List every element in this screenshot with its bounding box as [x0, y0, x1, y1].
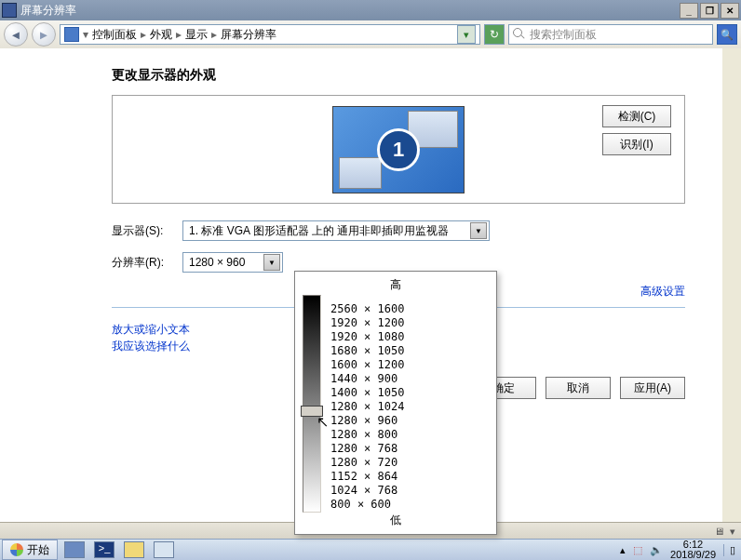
breadcrumb-item[interactable]: 显示: [185, 27, 208, 43]
app-icon: [2, 3, 17, 18]
start-button[interactable]: 开始: [2, 540, 58, 560]
taskbar: 开始 >_ ▴ ⬚ 🔈 6:12 2018/9/29 ▯: [0, 539, 741, 560]
resolution-option[interactable]: 1280 × 720: [330, 456, 404, 470]
resolution-option[interactable]: 1280 × 960: [330, 414, 404, 428]
start-label: 开始: [27, 542, 49, 558]
windows-logo-icon: [10, 543, 23, 556]
breadcrumb-item[interactable]: 外观: [150, 27, 172, 43]
slider-thumb[interactable]: [301, 406, 323, 417]
status-icon: 🖥: [714, 526, 724, 537]
show-desktop-button[interactable]: ▯: [723, 544, 735, 556]
maximize-button[interactable]: ❐: [700, 3, 719, 19]
search-input[interactable]: 搜索控制面板: [508, 24, 713, 45]
resolution-option[interactable]: 1024 × 768: [330, 484, 404, 498]
address-dropdown-icon[interactable]: ▾: [457, 25, 476, 44]
cancel-button[interactable]: 取消: [546, 377, 611, 399]
tray-volume-icon[interactable]: 🔈: [650, 544, 663, 556]
resolution-list: 2560 × 1600 1920 × 1200 1920 × 1080 1680…: [330, 295, 404, 512]
resolution-option[interactable]: 1680 × 1050: [330, 344, 404, 358]
monitor-number: 1: [377, 128, 420, 171]
resolution-value: 1280 × 960: [189, 256, 245, 269]
close-button[interactable]: ✕: [721, 3, 739, 19]
taskbar-item-powershell[interactable]: >_: [91, 540, 117, 559]
help-link[interactable]: 我应该选择什么: [112, 340, 190, 353]
resolution-option[interactable]: 1920 × 1080: [330, 330, 404, 344]
resolution-option[interactable]: 1600 × 1200: [330, 358, 404, 372]
tray-expand-icon[interactable]: ▴: [620, 544, 626, 556]
search-go-button[interactable]: 🔍: [717, 24, 737, 45]
forward-button[interactable]: ►: [32, 22, 56, 47]
resolution-option[interactable]: 1152 × 864: [330, 470, 404, 484]
resolution-option[interactable]: 800 × 600: [330, 498, 404, 512]
resolution-option[interactable]: 1280 × 1024: [330, 400, 404, 414]
back-button[interactable]: ◄: [4, 22, 28, 47]
resolution-select[interactable]: 1280 × 960 ▼: [182, 252, 283, 273]
window-titlebar: 屏幕分辨率 _ ❐ ✕: [0, 0, 741, 20]
resolution-option[interactable]: 2560 × 1600: [330, 302, 404, 316]
breadcrumb-item[interactable]: 控制面板: [92, 27, 137, 43]
status-chevron-icon: ▾: [730, 526, 735, 538]
tray-network-icon[interactable]: ⬚: [633, 544, 642, 556]
address-bar[interactable]: ▾ 控制面板▸ 外观▸ 显示▸ 屏幕分辨率 ▾: [60, 24, 480, 45]
explorer-toolbar: ◄ ► ▾ 控制面板▸ 外观▸ 显示▸ 屏幕分辨率 ▾ ↻ 搜索控制面板 🔍: [0, 20, 741, 49]
window-title: 屏幕分辨率: [20, 3, 76, 19]
display-select[interactable]: 1. 标准 VGA 图形适配器 上的 通用非即插即用监视器 ▼: [182, 220, 490, 241]
vertical-scrollbar[interactable]: [721, 48, 741, 523]
resolution-option[interactable]: 1920 × 1200: [330, 316, 404, 330]
identify-button[interactable]: 识别(I): [602, 133, 671, 155]
chevron-down-icon: ▼: [470, 222, 487, 239]
resolution-option[interactable]: 1400 × 1050: [330, 386, 404, 400]
resolution-slider[interactable]: [303, 295, 321, 513]
breadcrumb-dd-icon[interactable]: ▾: [83, 28, 88, 41]
control-panel-icon: [64, 27, 79, 42]
chevron-down-icon: ▼: [263, 254, 280, 271]
search-placeholder: 搜索控制面板: [530, 27, 597, 43]
system-tray: ▴ ⬚ 🔈 6:12 2018/9/29 ▯: [614, 540, 741, 560]
text-size-link[interactable]: 放大或缩小文本: [112, 323, 190, 336]
detect-button[interactable]: 检测(C): [602, 105, 671, 127]
display-label: 显示器(S):: [112, 223, 182, 239]
page-title: 更改显示器的外观: [112, 67, 685, 84]
resolution-label: 分辨率(R):: [112, 255, 182, 271]
search-icon: [513, 28, 526, 41]
refresh-button[interactable]: ↻: [484, 24, 505, 45]
apply-button[interactable]: 应用(A): [620, 377, 685, 399]
slider-high-label: 高: [303, 277, 489, 293]
taskbar-item-explorer[interactable]: [121, 540, 147, 559]
monitor-thumbnail[interactable]: 1: [332, 106, 465, 193]
resolution-option[interactable]: 1280 × 768: [330, 442, 404, 456]
resolution-dropdown-panel: 高 2560 × 1600 1920 × 1200 1920 × 1080 16…: [294, 271, 497, 535]
display-preview: 1 检测(C) 识别(I): [112, 95, 685, 204]
advanced-settings-link[interactable]: 高级设置: [640, 285, 685, 298]
slider-low-label: 低: [303, 513, 489, 528]
display-value: 1. 标准 VGA 图形适配器 上的 通用非即插即用监视器: [189, 223, 449, 239]
breadcrumb-item[interactable]: 屏幕分辨率: [221, 27, 276, 43]
resolution-option[interactable]: 1280 × 800: [330, 428, 404, 442]
minimize-button[interactable]: _: [680, 3, 698, 19]
taskbar-item-server-manager[interactable]: [61, 540, 88, 559]
resolution-option[interactable]: 1440 × 900: [330, 372, 404, 386]
taskbar-item-window[interactable]: [151, 540, 177, 559]
tray-date[interactable]: 2018/9/29: [670, 550, 716, 560]
